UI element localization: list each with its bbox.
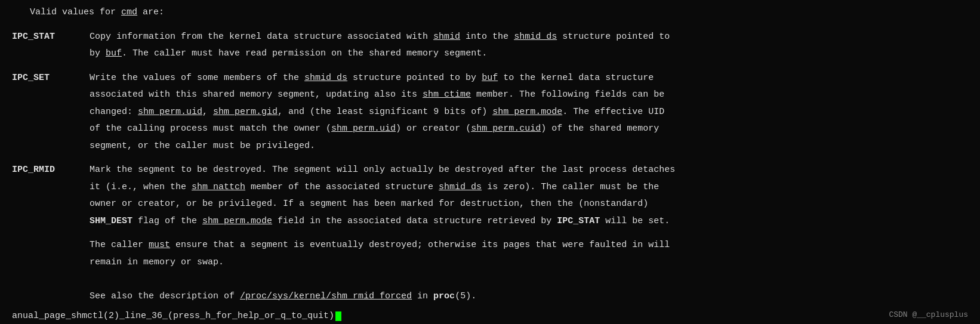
shmid-ds-link-1[interactable]: shmid_ds: [514, 32, 557, 42]
ipc-rmid-extra-line2: remain in memory or swap.: [90, 256, 968, 270]
ipc-set-body: Write the values of some members of the …: [90, 72, 968, 153]
shm-perm-gid-link[interactable]: shm_perm.gid: [213, 107, 278, 117]
buf-link-2[interactable]: buf: [482, 73, 498, 83]
intro-text-after: are:: [137, 7, 164, 17]
intro-text-before: Valid values for: [30, 7, 121, 17]
shm-perm-mode-link-2[interactable]: shm_perm.mode: [202, 216, 272, 226]
shm-perm-uid-link-1[interactable]: shm_perm.uid: [138, 107, 202, 117]
ipc-rmid-entry: IPC_RMID Mark the segment to be destroye…: [12, 163, 968, 228]
shm-perm-cuid-link[interactable]: shm_perm.cuid: [471, 124, 541, 134]
ipc-set-line1: Write the values of some members of the …: [90, 72, 968, 85]
shm-nattch-link[interactable]: shm_nattch: [192, 182, 245, 192]
ipc-stat-line1: Copy information from the kernel data st…: [90, 30, 968, 44]
intro-line: Valid values for cmd are:: [12, 6, 968, 20]
bottom-bar: anual_page_shmctl(2)_line_36_(press_h_fo…: [0, 308, 980, 325]
cmd-link[interactable]: cmd: [121, 7, 137, 17]
ipc-rmid-extra-line3: See also the description of /proc/sys/ke…: [90, 290, 968, 304]
shmid-ds-link-3[interactable]: shmid_ds: [439, 182, 482, 192]
ipc-set-line5: segment, or the caller must be privilege…: [90, 140, 968, 153]
ipc-set-label: IPC_SET: [12, 72, 90, 85]
ipc-set-line3: changed: shm_perm.uid, shm_perm.gid, and…: [90, 106, 968, 119]
shm-dest-text: SHM_DEST: [90, 216, 132, 226]
ipc-rmid-body: Mark the segment to be destroyed. The se…: [90, 163, 968, 228]
ipc-set-entry: IPC_SET Write the values of some members…: [12, 72, 968, 153]
bottom-bar-text: anual_page_shmctl(2)_line_36_(press_h_fo…: [12, 310, 334, 323]
ipc-stat-entry: IPC_STAT Copy information from the kerne…: [12, 30, 968, 61]
ipc-rmid-line1: Mark the segment to be destroyed. The se…: [90, 163, 968, 177]
ipc-rmid-label: IPC_RMID: [12, 163, 90, 177]
must-link[interactable]: must: [149, 240, 170, 250]
man-page-content: Valid values for cmd are: IPC_STAT Copy …: [12, 6, 968, 303]
ipc-stat-label: IPC_STAT: [12, 30, 90, 44]
watermark-text: CSDN @__cplusplus: [889, 310, 968, 319]
shmid-ds-link-2[interactable]: shmid_ds: [304, 73, 347, 83]
ipc-stat-ref: IPC_STAT: [557, 216, 600, 226]
ipc-set-line2: associated with this shared memory segme…: [90, 88, 968, 102]
ipc-rmid-extra-spacer: [90, 273, 968, 286]
shmid-link-1[interactable]: shmid: [433, 32, 460, 42]
ipc-rmid-extra-line1: The caller must ensure that a segment is…: [90, 239, 968, 252]
buf-link-1[interactable]: buf: [106, 48, 122, 58]
ipc-rmid-line2: it (i.e., when the shm_nattch member of …: [90, 181, 968, 195]
shm-perm-uid-link-2[interactable]: shm_perm.uid: [331, 124, 396, 134]
ipc-stat-line2: by buf. The caller must have read permis…: [90, 47, 968, 61]
proc-ref: proc: [433, 291, 455, 301]
ipc-rmid-line4: SHM_DEST flag of the shm_perm.mode field…: [90, 215, 968, 229]
ipc-stat-body: Copy information from the kernel data st…: [90, 30, 968, 61]
cursor-block: [335, 311, 341, 321]
watermark: CSDN @__cplusplus: [889, 309, 968, 321]
proc-sys-link[interactable]: /proc/sys/kernel/shm_rmid_forced: [240, 291, 412, 301]
ipc-rmid-extra: The caller must ensure that a segment is…: [12, 239, 968, 303]
ipc-rmid-line3: owner or creator, or be privileged. If a…: [90, 198, 968, 211]
shm-perm-mode-link-1[interactable]: shm_perm.mode: [492, 107, 562, 117]
shm-ctime-link[interactable]: shm_ctime: [423, 90, 471, 100]
ipc-set-line4: of the calling process must match the ow…: [90, 122, 968, 136]
